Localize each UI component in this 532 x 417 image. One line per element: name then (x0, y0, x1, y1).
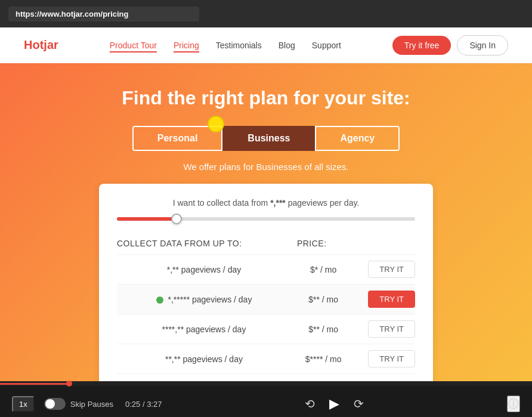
skip-pauses-label: Skip Pauses (70, 400, 113, 409)
info-button[interactable]: ⓘ (507, 396, 520, 412)
table-row: ****,** pageviews / day $** / mo TRY IT (117, 314, 415, 344)
try-it-button-2[interactable]: TRY IT (368, 291, 415, 308)
nav-item-support[interactable]: Support (312, 40, 341, 51)
pricing-card: I want to collect data from *,*** pagevi… (99, 184, 433, 381)
nav-link-blog[interactable]: Blog (279, 41, 295, 50)
row-price-2: $** / mo (291, 285, 349, 314)
row-price-1: $* / mo (291, 255, 349, 285)
row-pageviews-3: ****,** pageviews / day (117, 314, 291, 344)
nav-item-pricing[interactable]: Pricing (174, 40, 199, 51)
try-it-button-1[interactable]: TRY IT (368, 261, 415, 278)
navbar: Hotjar Product Tour Pricing Testimonials… (0, 27, 532, 63)
nav-links: Product Tour Pricing Testimonials Blog S… (110, 40, 341, 51)
url-prefix: https://www.hotjar.com (16, 10, 101, 18)
progress-bar (0, 383, 69, 385)
try-it-button-4[interactable]: TRY IT (368, 350, 415, 367)
row-price-4: $**** / mo (291, 344, 349, 374)
sign-in-button[interactable]: Sign In (457, 35, 508, 55)
hero-subtitle: We offer plans for Businesses of all siz… (12, 162, 520, 172)
url-path: /pricing (101, 10, 129, 18)
time-display: 0:25 / 3:27 (125, 400, 162, 409)
slider-fill (117, 217, 177, 221)
nav-item-product-tour[interactable]: Product Tour (110, 40, 157, 51)
nav-actions: Try it free Sign In (392, 35, 508, 55)
nav-item-blog[interactable]: Blog (279, 40, 295, 51)
hero-title: Find the right plan for your site: (12, 87, 520, 109)
toggle-thumb (45, 399, 55, 409)
forward-button[interactable]: ⟳ (347, 398, 371, 410)
rewind-button[interactable]: ⟲ (298, 398, 322, 410)
nav-link-product-tour[interactable]: Product Tour (110, 41, 157, 52)
slider-thumb[interactable] (171, 214, 182, 224)
progress-area[interactable] (0, 381, 532, 386)
row-price-3: $** / mo (291, 314, 349, 344)
col-header-collect: COLLECT DATA FROM UP TO: (117, 233, 291, 255)
row-pageviews-4: **,** pageviews / day (117, 344, 291, 374)
video-controls: 1x Skip Pauses 0:25 / 3:27 ⟲ ▶ ⟳ ⓘ (0, 386, 532, 417)
slider-track (117, 217, 415, 221)
nav-link-testimonials[interactable]: Testimonials (216, 41, 262, 50)
tab-personal[interactable]: Personal (132, 126, 223, 151)
pricing-table: COLLECT DATA FROM UP TO: PRICE: *,** pag… (117, 233, 415, 374)
play-button[interactable]: ▶ (322, 397, 347, 410)
try-free-button[interactable]: Try it free (392, 36, 451, 55)
skip-pauses-toggle[interactable] (44, 398, 66, 410)
col-header-price: PRICE: (291, 233, 349, 255)
browser-bar: https://www.hotjar.com/pricing (0, 0, 532, 27)
tab-agency[interactable]: Agency (315, 126, 400, 151)
speed-button[interactable]: 1x (12, 396, 35, 412)
url-bar[interactable]: https://www.hotjar.com/pricing (8, 7, 199, 21)
nav-link-pricing[interactable]: Pricing (174, 41, 199, 52)
hero-section: Find the right plan for your site: Perso… (0, 63, 532, 381)
logo[interactable]: Hotjar (24, 38, 58, 52)
nav-item-testimonials[interactable]: Testimonials (216, 40, 262, 51)
plan-tabs: Personal Business Agency (12, 126, 520, 151)
table-row: *,** pageviews / day $* / mo TRY IT (117, 255, 415, 285)
row-pageviews-2: *,***** pageviews / day (117, 285, 291, 314)
slider-wrap (117, 217, 415, 221)
slider-value: *,*** (270, 198, 286, 208)
table-row: **,** pageviews / day $**** / mo TRY IT (117, 344, 415, 374)
row-pageviews-1: *,** pageviews / day (117, 255, 291, 285)
try-it-button-3[interactable]: TRY IT (368, 320, 415, 338)
progress-thumb (66, 381, 72, 387)
table-row: *,***** pageviews / day $** / mo TRY IT (117, 285, 415, 314)
nav-link-support[interactable]: Support (312, 41, 341, 50)
active-indicator (156, 296, 163, 304)
page-content: Hotjar Product Tour Pricing Testimonials… (0, 27, 532, 381)
slider-label: I want to collect data from *,*** pagevi… (117, 198, 415, 208)
tab-business[interactable]: Business (222, 126, 315, 151)
